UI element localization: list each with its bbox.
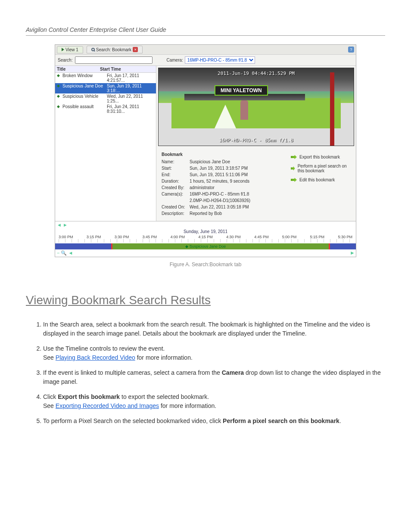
- body-text: In the Search area, select a bookmark fr…: [26, 320, 385, 426]
- step-1: In the Search area, select a bookmark fr…: [43, 320, 385, 338]
- col-time-header[interactable]: Start Time: [100, 67, 154, 72]
- timeline-zoom-controls[interactable]: − 🔍 ◄►: [55, 249, 356, 257]
- arrow-icon: [291, 166, 295, 171]
- step-3: If the event is linked to multiple camer…: [43, 368, 385, 386]
- list-item[interactable]: ◆ Broken Window Fri, Jun 17, 2011 4:21:5…: [55, 73, 156, 83]
- list-item[interactable]: ◆ Suspicious Vehicle Wed, Jun 22, 2011 1…: [55, 93, 156, 104]
- tab-search-bookmark[interactable]: Search: Bookmark ×: [87, 46, 143, 53]
- bookmark-icon: ◆: [57, 84, 61, 93]
- figure-caption: Figure A. Search:Bookmark tab: [55, 261, 356, 268]
- close-icon[interactable]: ×: [133, 47, 138, 52]
- bookmark-list: Title Start Time ◆ Broken Window Fri, Ju…: [55, 66, 156, 221]
- details-heading: Bookmark: [162, 152, 274, 157]
- timeline-date: Sunday, June 19, 2011: [55, 228, 356, 235]
- col-title-header[interactable]: Title: [57, 67, 100, 72]
- scroll-right-icon[interactable]: ►: [350, 250, 355, 256]
- list-item[interactable]: ◆ Possible assault Fri, Jun 24, 2011 8:3…: [55, 104, 156, 114]
- timeline-bar[interactable]: ◆Suspicious Jane Doe: [55, 243, 356, 249]
- step-5: To perform a Pixel Search on the selecte…: [43, 417, 385, 426]
- video-camera-overlay: 16MP-HD-PRO-C - 85mm f/1.8: [163, 137, 349, 143]
- camera-label: Camera:: [166, 58, 183, 62]
- store-sign: MINI YALETOWN: [215, 85, 268, 96]
- bookmark-details: Bookmark Name:Suspicious Jane Doe Start:…: [162, 152, 274, 217]
- search-icon: [91, 48, 95, 51]
- search-label: Search:: [58, 58, 72, 62]
- timeline[interactable]: ◄ ► Sunday, June 19, 2011 3:00 PM 3:15 P…: [55, 221, 356, 257]
- edit-bookmark-link[interactable]: Edit this bookmark: [291, 177, 351, 182]
- screenshot-figure: View 1 Search: Bookmark × ? Search: Came…: [55, 44, 356, 257]
- section-heading: Viewing Bookmark Search Results: [26, 293, 385, 307]
- bookmark-icon: ◆: [185, 244, 188, 249]
- timeline-nav-controls[interactable]: ◄ ►: [55, 221, 356, 228]
- list-item[interactable]: ◆ Suspicious Jane Doe Sun, Jun 19, 2011 …: [55, 83, 156, 93]
- pixel-search-link[interactable]: Perform a pixel search on this bookmark: [291, 164, 351, 173]
- help-icon[interactable]: ?: [348, 47, 354, 53]
- export-link[interactable]: Exporting Recorded Video and Images: [56, 402, 159, 409]
- guide-title: Avigilon Control Center Enterprise Clien…: [26, 26, 166, 33]
- bookmark-icon: ◆: [57, 73, 61, 83]
- video-panel[interactable]: 2011-Jun-19 04:44:21.529 PM MINI YALETOW…: [158, 68, 354, 146]
- timeline-times: 3:00 PM 3:15 PM 3:30 PM 3:45 PM 4:00 PM …: [55, 235, 356, 239]
- bookmark-icon: ◆: [57, 94, 61, 103]
- play-icon: [62, 48, 64, 51]
- video-timestamp: 2011-Jun-19 04:44:21.529 PM: [163, 71, 349, 76]
- playback-link[interactable]: Playing Back Recorded Video: [56, 354, 135, 361]
- camera-select[interactable]: 16MP-HD-PRO-C - 85mm f/1.8: [185, 56, 255, 64]
- step-4: Click Export this bookmark to export the…: [43, 392, 385, 411]
- bookmark-icon: ◆: [57, 104, 61, 114]
- tab-bar: View 1 Search: Bookmark × ?: [55, 45, 356, 55]
- arrow-icon: [291, 155, 297, 159]
- arrow-icon: [291, 178, 297, 182]
- tab-view1[interactable]: View 1: [57, 46, 83, 53]
- search-input[interactable]: [75, 56, 153, 64]
- step-2: Use the Timeline controls to review the …: [43, 344, 385, 362]
- export-bookmark-link[interactable]: Export this bookmark: [291, 155, 351, 159]
